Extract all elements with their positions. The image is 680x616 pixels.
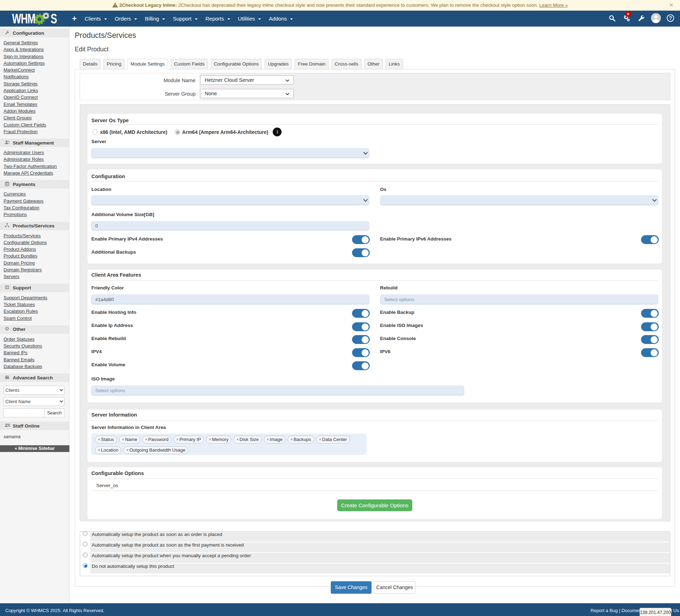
svg-text:?: ?: [669, 16, 672, 21]
